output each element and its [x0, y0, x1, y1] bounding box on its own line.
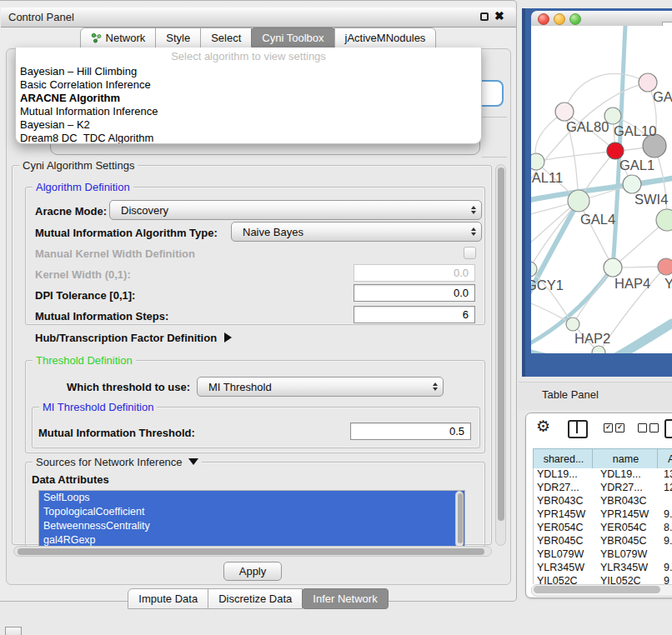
cell: 9. — [664, 508, 672, 520]
dpi-tolerance-label: DPI Tolerance [0,1]: — [35, 289, 135, 302]
node-label: GAL — [653, 89, 672, 104]
dropdown-item[interactable]: Bayesian – Hill Climbing — [16, 65, 481, 78]
manual-kernel-label: Manual Kernel Width Definition — [35, 248, 195, 260]
node-label: HAP4 — [614, 276, 650, 291]
close-icon[interactable]: ✖ — [494, 9, 504, 22]
tab-jactivemnodules[interactable]: jActiveMNodules — [334, 28, 437, 48]
table-row[interactable]: YDL19...YDL19...13 — [534, 468, 672, 482]
dpi-tolerance-field[interactable]: 0.0 — [354, 284, 475, 302]
table-horizontal-scrollbar[interactable] — [531, 584, 672, 597]
groupbox-edge-fragment — [482, 157, 507, 158]
list-vertical-scrollbar[interactable] — [455, 491, 464, 548]
network-icon — [91, 32, 102, 43]
column-header-clipped[interactable]: A — [657, 448, 672, 470]
tab-label: Cyni Toolbox — [262, 32, 323, 44]
list-item[interactable]: BetweennessCentrality — [39, 519, 464, 533]
table-row[interactable]: YBL079WYBL079W — [534, 548, 672, 562]
cell: 13 — [664, 468, 672, 480]
which-threshold-combo[interactable]: MI Threshold — [197, 377, 444, 397]
network-graph: GAL GAL80 GAL10 GAL1 GAL11 SWI4 GAL4 GCY… — [531, 26, 672, 353]
cell: YDL19... — [600, 468, 641, 480]
scrollbar-thumb[interactable] — [498, 168, 504, 521]
cell: YIL052C — [537, 575, 578, 584]
tab-discretize-data[interactable]: Discretize Data — [208, 588, 303, 609]
network-window-titlebar[interactable] — [531, 11, 672, 27]
table-row[interactable]: YLR345WYLR345W9. — [534, 562, 672, 575]
network-canvas[interactable]: GAL GAL80 GAL10 GAL1 GAL11 SWI4 GAL4 GCY… — [531, 26, 672, 353]
node-salmon[interactable] — [658, 258, 672, 275]
cell: YLR345W — [537, 562, 584, 573]
node-hap4[interactable] — [604, 258, 622, 277]
data-attributes-list: SelfLoops TopologicalCoefficient Between… — [38, 490, 465, 548]
clipped-panel-icon[interactable] — [5, 627, 22, 635]
list-item[interactable]: SelfLoops — [39, 491, 464, 505]
table-row[interactable]: YBR045CYBR045C9. — [534, 535, 672, 548]
table-row[interactable]: YER054CYER054C8. — [534, 522, 672, 535]
minimize-traffic-light-icon[interactable] — [554, 13, 565, 25]
tab-label: Infer Network — [313, 592, 377, 605]
sources-title: Sources for Network Inference — [36, 456, 183, 468]
tab-infer-network[interactable]: Infer Network — [302, 588, 388, 609]
settings-horizontal-scrollbar[interactable] — [13, 546, 492, 557]
table-row[interactable]: YDR27...YDR27...12 — [534, 482, 672, 495]
dropdown-item[interactable]: Dream8 DC_TDC Algorithm — [16, 132, 481, 144]
cell: YDL19... — [537, 468, 578, 480]
stepper-arrows-icon — [471, 206, 476, 214]
mi-type-combo[interactable]: Naive Bayes — [231, 222, 482, 242]
table-row[interactable]: YPR145WYPR145W9. — [534, 508, 672, 522]
tab-select[interactable]: Select — [200, 28, 252, 48]
cell: YER054C — [537, 522, 584, 533]
table-settings-gear-icon[interactable]: ⚙ — [536, 417, 550, 436]
deselect-all-unchecked-icon[interactable] — [638, 423, 647, 432]
dropdown-item[interactable]: Basic Correlation Inference — [16, 78, 481, 92]
dropdown-item[interactable]: Mutual Information Inference — [16, 105, 481, 118]
dropdown-item-selected[interactable]: ARACNE Algorithm — [16, 92, 481, 105]
tab-style[interactable]: Style — [155, 28, 201, 48]
table-row[interactable]: YBR043CYBR043C — [534, 495, 672, 508]
node-gal11[interactable] — [531, 153, 544, 170]
sources-toggle[interactable]: Sources for Network Inference — [33, 456, 202, 468]
aracne-mode-combo[interactable]: Discovery — [109, 200, 482, 220]
tab-cyni-toolbox[interactable]: Cyni Toolbox — [251, 28, 334, 48]
scrollbar-thumb[interactable] — [18, 548, 484, 555]
node-gcy1[interactable] — [531, 262, 537, 277]
float-window-icon[interactable] — [480, 12, 489, 21]
close-traffic-light-icon[interactable] — [538, 13, 549, 25]
scrollbar-thumb[interactable] — [458, 493, 463, 543]
hub-definition-toggle[interactable]: Hub/Transcription Factor Definition — [35, 332, 232, 344]
apply-button[interactable]: Apply — [223, 562, 282, 581]
tab-impute-data[interactable]: Impute Data — [128, 588, 208, 609]
node-gal4[interactable] — [568, 190, 589, 212]
node-label: GAL11 — [531, 170, 563, 185]
mi-steps-field[interactable]: 6 — [354, 306, 475, 323]
node-gal1[interactable] — [623, 175, 641, 193]
manual-kernel-checkbox[interactable] — [464, 247, 476, 259]
groupbox-edge-fragment — [482, 117, 507, 118]
screen: Control Panel ✖ Network Style Select Cyn… — [0, 0, 672, 635]
node-red-highlight[interactable] — [607, 142, 624, 159]
deselect-all-unchecked-icon[interactable] — [649, 423, 659, 432]
node-hap2[interactable] — [566, 318, 579, 331]
split-columns-icon[interactable] — [568, 420, 588, 438]
node-label: GAL10 — [614, 123, 656, 138]
zoom-traffic-light-icon[interactable] — [569, 13, 581, 25]
column-header-name[interactable]: name — [592, 448, 659, 470]
list-item[interactable]: TopologicalCoefficient — [39, 505, 464, 519]
node-gal80[interactable] — [555, 102, 574, 121]
group-title: MI Threshold Definition — [39, 401, 157, 413]
column-header-shared-name[interactable]: shared... — [533, 448, 594, 470]
algorithm-dropdown-popup: Select algorithm to view settings Bayesi… — [15, 48, 482, 144]
cell: YBL079W — [537, 548, 584, 560]
new-table-icon[interactable] — [664, 419, 672, 438]
panel-title: Control Panel — [8, 11, 74, 23]
select-all-checked-icon[interactable]: ✓ — [615, 423, 624, 432]
mi-threshold-field[interactable]: 0.5 — [350, 422, 471, 440]
dropdown-item[interactable]: Bayesian – K2 — [16, 118, 481, 132]
scrollbar-thumb[interactable] — [534, 586, 660, 593]
settings-vertical-scrollbar[interactable] — [495, 164, 506, 546]
node-label: GAL1 — [619, 158, 654, 172]
select-all-checked-icon[interactable]: ✓ — [604, 423, 613, 432]
dropdown-placeholder: Select algorithm to view settings — [16, 48, 481, 65]
table-row[interactable]: YIL052CYIL052C9 — [534, 575, 672, 584]
tab-network[interactable]: Network — [80, 28, 157, 48]
